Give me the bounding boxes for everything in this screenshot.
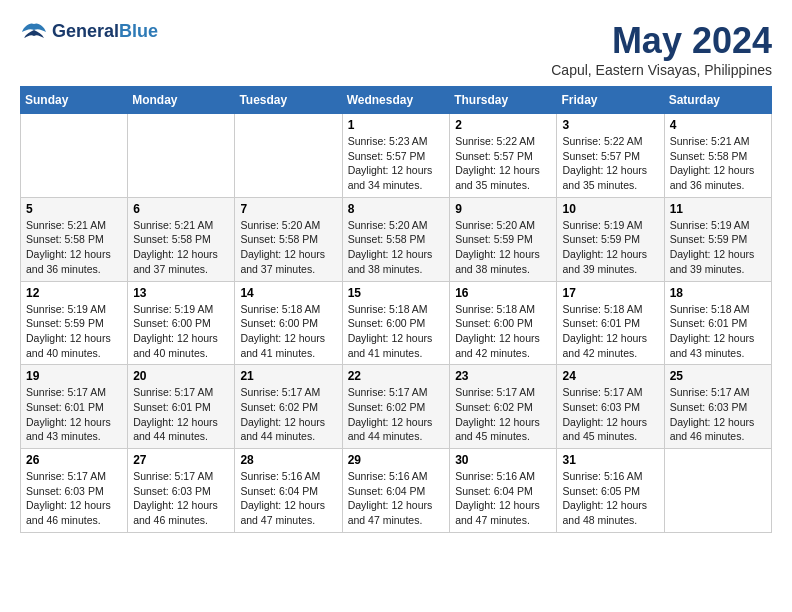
day-number: 8 — [348, 202, 445, 216]
day-number: 23 — [455, 369, 551, 383]
table-row: 3Sunrise: 5:22 AMSunset: 5:57 PMDaylight… — [557, 114, 664, 198]
table-row: 31Sunrise: 5:16 AMSunset: 6:05 PMDayligh… — [557, 449, 664, 533]
day-number: 31 — [562, 453, 658, 467]
day-number: 25 — [670, 369, 766, 383]
day-number: 16 — [455, 286, 551, 300]
page-header: GeneralBlue May 2024 Capul, Eastern Visa… — [20, 20, 772, 78]
table-row: 25Sunrise: 5:17 AMSunset: 6:03 PMDayligh… — [664, 365, 771, 449]
logo: GeneralBlue — [20, 20, 158, 44]
day-info: Sunrise: 5:20 AMSunset: 5:58 PMDaylight:… — [348, 218, 445, 277]
table-row: 23Sunrise: 5:17 AMSunset: 6:02 PMDayligh… — [450, 365, 557, 449]
day-number: 15 — [348, 286, 445, 300]
day-info: Sunrise: 5:18 AMSunset: 6:00 PMDaylight:… — [348, 302, 445, 361]
day-info: Sunrise: 5:17 AMSunset: 6:03 PMDaylight:… — [670, 385, 766, 444]
day-info: Sunrise: 5:17 AMSunset: 6:02 PMDaylight:… — [240, 385, 336, 444]
day-info: Sunrise: 5:20 AMSunset: 5:58 PMDaylight:… — [240, 218, 336, 277]
calendar-week-row: 26Sunrise: 5:17 AMSunset: 6:03 PMDayligh… — [21, 449, 772, 533]
table-row: 28Sunrise: 5:16 AMSunset: 6:04 PMDayligh… — [235, 449, 342, 533]
col-saturday: Saturday — [664, 87, 771, 114]
day-number: 11 — [670, 202, 766, 216]
day-number: 24 — [562, 369, 658, 383]
table-row: 29Sunrise: 5:16 AMSunset: 6:04 PMDayligh… — [342, 449, 450, 533]
day-info: Sunrise: 5:18 AMSunset: 6:00 PMDaylight:… — [240, 302, 336, 361]
day-info: Sunrise: 5:17 AMSunset: 6:02 PMDaylight:… — [455, 385, 551, 444]
calendar-week-row: 1Sunrise: 5:23 AMSunset: 5:57 PMDaylight… — [21, 114, 772, 198]
title-area: May 2024 Capul, Eastern Visayas, Philipp… — [551, 20, 772, 78]
table-row: 8Sunrise: 5:20 AMSunset: 5:58 PMDaylight… — [342, 197, 450, 281]
table-row: 12Sunrise: 5:19 AMSunset: 5:59 PMDayligh… — [21, 281, 128, 365]
location: Capul, Eastern Visayas, Philippines — [551, 62, 772, 78]
day-info: Sunrise: 5:17 AMSunset: 6:01 PMDaylight:… — [26, 385, 122, 444]
day-info: Sunrise: 5:16 AMSunset: 6:05 PMDaylight:… — [562, 469, 658, 528]
day-info: Sunrise: 5:16 AMSunset: 6:04 PMDaylight:… — [240, 469, 336, 528]
table-row: 11Sunrise: 5:19 AMSunset: 5:59 PMDayligh… — [664, 197, 771, 281]
day-info: Sunrise: 5:19 AMSunset: 6:00 PMDaylight:… — [133, 302, 229, 361]
table-row — [128, 114, 235, 198]
day-number: 26 — [26, 453, 122, 467]
table-row: 13Sunrise: 5:19 AMSunset: 6:00 PMDayligh… — [128, 281, 235, 365]
day-number: 29 — [348, 453, 445, 467]
day-number: 2 — [455, 118, 551, 132]
day-number: 3 — [562, 118, 658, 132]
col-friday: Friday — [557, 87, 664, 114]
table-row — [235, 114, 342, 198]
day-info: Sunrise: 5:16 AMSunset: 6:04 PMDaylight:… — [455, 469, 551, 528]
calendar-week-row: 5Sunrise: 5:21 AMSunset: 5:58 PMDaylight… — [21, 197, 772, 281]
day-info: Sunrise: 5:18 AMSunset: 6:00 PMDaylight:… — [455, 302, 551, 361]
day-info: Sunrise: 5:17 AMSunset: 6:03 PMDaylight:… — [26, 469, 122, 528]
table-row: 24Sunrise: 5:17 AMSunset: 6:03 PMDayligh… — [557, 365, 664, 449]
day-info: Sunrise: 5:17 AMSunset: 6:02 PMDaylight:… — [348, 385, 445, 444]
table-row — [664, 449, 771, 533]
table-row: 7Sunrise: 5:20 AMSunset: 5:58 PMDaylight… — [235, 197, 342, 281]
calendar-week-row: 12Sunrise: 5:19 AMSunset: 5:59 PMDayligh… — [21, 281, 772, 365]
table-row: 6Sunrise: 5:21 AMSunset: 5:58 PMDaylight… — [128, 197, 235, 281]
table-row: 9Sunrise: 5:20 AMSunset: 5:59 PMDaylight… — [450, 197, 557, 281]
day-info: Sunrise: 5:16 AMSunset: 6:04 PMDaylight:… — [348, 469, 445, 528]
table-row: 20Sunrise: 5:17 AMSunset: 6:01 PMDayligh… — [128, 365, 235, 449]
day-info: Sunrise: 5:21 AMSunset: 5:58 PMDaylight:… — [133, 218, 229, 277]
day-info: Sunrise: 5:18 AMSunset: 6:01 PMDaylight:… — [562, 302, 658, 361]
calendar-week-row: 19Sunrise: 5:17 AMSunset: 6:01 PMDayligh… — [21, 365, 772, 449]
day-number: 1 — [348, 118, 445, 132]
day-number: 9 — [455, 202, 551, 216]
day-number: 30 — [455, 453, 551, 467]
table-row: 10Sunrise: 5:19 AMSunset: 5:59 PMDayligh… — [557, 197, 664, 281]
day-number: 7 — [240, 202, 336, 216]
table-row: 18Sunrise: 5:18 AMSunset: 6:01 PMDayligh… — [664, 281, 771, 365]
col-sunday: Sunday — [21, 87, 128, 114]
day-number: 21 — [240, 369, 336, 383]
table-row: 1Sunrise: 5:23 AMSunset: 5:57 PMDaylight… — [342, 114, 450, 198]
col-monday: Monday — [128, 87, 235, 114]
day-number: 17 — [562, 286, 658, 300]
day-info: Sunrise: 5:19 AMSunset: 5:59 PMDaylight:… — [26, 302, 122, 361]
day-number: 4 — [670, 118, 766, 132]
day-number: 10 — [562, 202, 658, 216]
table-row: 27Sunrise: 5:17 AMSunset: 6:03 PMDayligh… — [128, 449, 235, 533]
day-info: Sunrise: 5:21 AMSunset: 5:58 PMDaylight:… — [670, 134, 766, 193]
table-row — [21, 114, 128, 198]
day-info: Sunrise: 5:17 AMSunset: 6:03 PMDaylight:… — [562, 385, 658, 444]
day-info: Sunrise: 5:17 AMSunset: 6:03 PMDaylight:… — [133, 469, 229, 528]
table-row: 17Sunrise: 5:18 AMSunset: 6:01 PMDayligh… — [557, 281, 664, 365]
day-info: Sunrise: 5:22 AMSunset: 5:57 PMDaylight:… — [562, 134, 658, 193]
day-info: Sunrise: 5:20 AMSunset: 5:59 PMDaylight:… — [455, 218, 551, 277]
day-info: Sunrise: 5:21 AMSunset: 5:58 PMDaylight:… — [26, 218, 122, 277]
day-number: 6 — [133, 202, 229, 216]
table-row: 19Sunrise: 5:17 AMSunset: 6:01 PMDayligh… — [21, 365, 128, 449]
col-wednesday: Wednesday — [342, 87, 450, 114]
table-row: 5Sunrise: 5:21 AMSunset: 5:58 PMDaylight… — [21, 197, 128, 281]
table-row: 16Sunrise: 5:18 AMSunset: 6:00 PMDayligh… — [450, 281, 557, 365]
table-row: 30Sunrise: 5:16 AMSunset: 6:04 PMDayligh… — [450, 449, 557, 533]
table-row: 15Sunrise: 5:18 AMSunset: 6:00 PMDayligh… — [342, 281, 450, 365]
calendar-header-row: Sunday Monday Tuesday Wednesday Thursday… — [21, 87, 772, 114]
logo-icon — [20, 20, 48, 44]
day-number: 22 — [348, 369, 445, 383]
table-row: 21Sunrise: 5:17 AMSunset: 6:02 PMDayligh… — [235, 365, 342, 449]
day-number: 19 — [26, 369, 122, 383]
day-info: Sunrise: 5:19 AMSunset: 5:59 PMDaylight:… — [670, 218, 766, 277]
table-row: 2Sunrise: 5:22 AMSunset: 5:57 PMDaylight… — [450, 114, 557, 198]
col-tuesday: Tuesday — [235, 87, 342, 114]
day-info: Sunrise: 5:23 AMSunset: 5:57 PMDaylight:… — [348, 134, 445, 193]
col-thursday: Thursday — [450, 87, 557, 114]
month-title: May 2024 — [551, 20, 772, 62]
